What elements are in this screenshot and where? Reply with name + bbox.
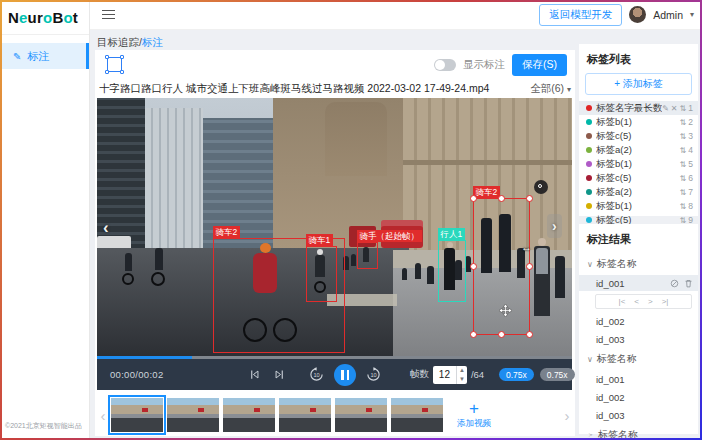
menu-collapse-icon[interactable] xyxy=(102,7,115,22)
frame-number-input[interactable]: 12 ▲▼ xyxy=(433,366,467,384)
ew-resize-cursor-icon: ↔ xyxy=(521,241,532,253)
svg-text:10: 10 xyxy=(313,372,319,378)
label-row[interactable]: 标签b(1) ⇅ 5 xyxy=(579,157,698,171)
label-color-dot xyxy=(586,147,592,153)
result-item-selected[interactable]: id_001 xyxy=(579,275,698,291)
result-item[interactable]: id_002 xyxy=(579,312,698,330)
hide-annotation-icon[interactable] xyxy=(670,279,679,288)
resize-handle-sw[interactable] xyxy=(470,331,477,338)
sort-icon[interactable]: ⇅ xyxy=(680,202,687,211)
label-row[interactable]: 标签b(1) ⇅ 2 xyxy=(579,115,698,129)
sort-icon[interactable]: ⇅ xyxy=(680,132,687,141)
label-color-dot xyxy=(586,189,592,195)
trash-icon[interactable] xyxy=(684,279,693,288)
result-item[interactable]: id_003 xyxy=(579,330,698,348)
speed-pill-inactive[interactable]: 0.75x xyxy=(540,368,575,381)
resize-handle-n[interactable] xyxy=(498,195,505,202)
frame-down-icon[interactable]: ▼ xyxy=(457,375,467,384)
breadcrumb: 目标追踪/标注 xyxy=(97,36,163,50)
keyframe-pager: |< < > >| xyxy=(595,294,692,309)
copyright-text: ©2021北京矩视智能出品 xyxy=(5,421,82,431)
skip-to-end-icon[interactable] xyxy=(274,369,285,380)
resize-handle-se[interactable] xyxy=(526,331,533,338)
sort-icon[interactable]: ⇅ xyxy=(680,174,687,183)
add-label-button[interactable]: + 添加标签 xyxy=(585,73,692,95)
forward-10-icon[interactable]: 10 xyxy=(366,367,381,382)
label-color-dot xyxy=(586,217,592,223)
label-row[interactable]: 标签c(5) ⇅ 6 xyxy=(579,171,698,185)
resize-handle-ne[interactable] xyxy=(526,195,533,202)
rewind-10-icon[interactable]: 10 xyxy=(309,367,324,382)
app-logo: NeuroBot xyxy=(0,0,89,35)
filter-dropdown[interactable]: 全部(6) ▾ xyxy=(530,82,571,96)
video-thumbnail[interactable] xyxy=(223,398,275,432)
breadcrumb-parent[interactable]: 目标追踪 xyxy=(97,36,139,48)
filmstrip-next-icon[interactable]: › xyxy=(559,407,575,424)
edit-icon[interactable]: ✎ xyxy=(662,104,669,113)
pager-last-icon[interactable]: >| xyxy=(662,297,669,306)
sort-icon[interactable]: ⇅ xyxy=(680,146,687,155)
anchor-point-icon[interactable] xyxy=(534,180,548,194)
show-annotation-toggle[interactable] xyxy=(434,59,456,71)
pager-first-icon[interactable]: |< xyxy=(619,297,626,306)
resize-handle-w[interactable] xyxy=(470,263,477,270)
sort-icon[interactable]: ⇅ xyxy=(680,104,687,113)
pager-prev-icon[interactable]: < xyxy=(634,297,639,306)
frame-count-label: 帧数 xyxy=(410,368,429,381)
chevron-down-icon: ∨ xyxy=(587,260,593,269)
chevron-down-icon: ▾ xyxy=(567,85,571,94)
result-item[interactable]: id_003 xyxy=(579,406,698,424)
label-list-panel: 标签列表 + 添加标签 标签名字最长数... ✎✕⇅ 1 标签b(1) ⇅ 2 … xyxy=(579,44,698,216)
video-thumbnail-selected[interactable] xyxy=(111,398,163,432)
plus-icon: + xyxy=(469,401,479,416)
result-group-header[interactable]: ∨ 标签名称 xyxy=(579,253,698,275)
label-row[interactable]: 标签a(2) ⇅ 4 xyxy=(579,143,698,157)
label-list-title: 标签列表 xyxy=(579,44,698,73)
frame-up-icon[interactable]: ▲ xyxy=(457,366,467,375)
user-name[interactable]: Admin xyxy=(653,9,683,21)
label-color-dot xyxy=(586,161,592,167)
sort-icon[interactable]: ⇅ xyxy=(680,188,687,197)
frame-number-value[interactable]: 12 xyxy=(433,366,456,384)
sidebar: NeuroBot ✎标注 ©2021北京矩视智能出品 xyxy=(0,0,90,440)
next-frame-arrow-icon[interactable]: › xyxy=(547,214,562,238)
add-video-button[interactable]: + 添加视频 xyxy=(451,396,497,434)
back-to-model-dev-button[interactable]: 返回模型开发 xyxy=(539,4,622,26)
bbox-label: 骑车2 xyxy=(213,226,241,238)
sidebar-item-annotate[interactable]: ✎标注 xyxy=(0,43,89,69)
filmstrip-prev-icon[interactable]: ‹ xyxy=(95,407,111,424)
breadcrumb-current: 标注 xyxy=(142,36,163,48)
video-thumbnail[interactable] xyxy=(279,398,331,432)
resize-handle-nw[interactable] xyxy=(470,195,477,202)
speed-pill-active[interactable]: 0.75x xyxy=(499,368,534,381)
delete-icon[interactable]: ✕ xyxy=(671,104,678,113)
label-color-dot xyxy=(586,133,592,139)
save-button[interactable]: 保存(S) xyxy=(512,54,567,76)
skip-to-start-icon[interactable] xyxy=(249,369,260,380)
resize-handle-s[interactable] xyxy=(498,331,505,338)
result-item[interactable]: id_002 xyxy=(579,388,698,406)
label-row[interactable]: 标签名字最长数... ✎✕⇅ 1 xyxy=(579,101,698,115)
bbox-rider1[interactable]: 骑车1 xyxy=(306,246,337,302)
bbox-rider-startframe[interactable]: 骑手（起始帧） xyxy=(357,242,378,269)
user-avatar[interactable] xyxy=(629,6,646,23)
label-row[interactable]: 标签b(1) ⇅ 8 xyxy=(579,199,698,213)
prev-frame-arrow-icon[interactable]: ‹ xyxy=(103,218,109,238)
annotation-workspace: 显示标注 保存(S) 十字路口路口行人 城市交通上下班高峰斑马线过马路视频 20… xyxy=(95,50,575,436)
sort-icon[interactable]: ⇅ xyxy=(680,118,687,127)
result-group-header[interactable]: ∨ 标签名称 xyxy=(579,348,698,370)
bbox-pedestrian1[interactable]: 行人1 xyxy=(438,240,466,302)
resize-handle-e[interactable] xyxy=(526,263,533,270)
chevron-down-icon[interactable]: ▾ xyxy=(690,10,694,19)
bounding-box-tool-icon[interactable] xyxy=(107,57,122,72)
video-thumbnail[interactable] xyxy=(335,398,387,432)
label-row[interactable]: 标签c(5) ⇅ 3 xyxy=(579,129,698,143)
result-group-header-collapsed[interactable]: ＞ 标签名称 xyxy=(579,424,698,440)
result-item[interactable]: id_001 xyxy=(579,370,698,388)
pager-next-icon[interactable]: > xyxy=(648,297,653,306)
label-row[interactable]: 标签a(2) ⇅ 7 xyxy=(579,185,698,199)
video-thumbnail[interactable] xyxy=(167,398,219,432)
video-thumbnail[interactable] xyxy=(391,398,443,432)
sort-icon[interactable]: ⇅ xyxy=(680,160,687,169)
pause-button[interactable] xyxy=(334,364,356,386)
